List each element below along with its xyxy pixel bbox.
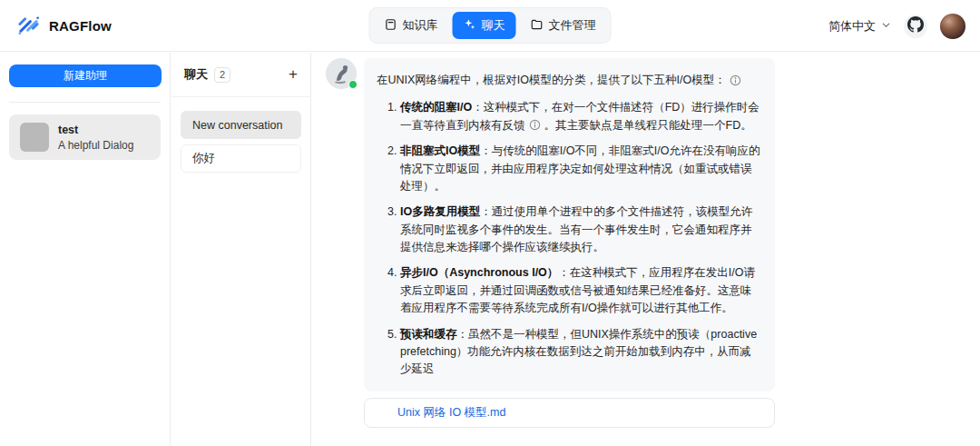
conversation-label: 你好	[192, 151, 215, 166]
tab-label: 聊天	[482, 17, 505, 34]
app-title: RAGFlow	[49, 18, 112, 34]
intro-text: 在UNIX网络编程中，根据对IO模型的分类，提供了以下五种I/O模型：	[377, 72, 726, 89]
conversation-label: New conversation	[192, 119, 282, 132]
tab-knowledge-base[interactable]: 知识库	[374, 12, 449, 39]
list-item: 非阻塞式IO模型：与传统的阻塞I/O不同，非阻塞式I/O允许在没有响应的情况下立…	[400, 143, 760, 195]
info-icon[interactable]	[730, 74, 741, 86]
item-term: 非阻塞式IO模型	[400, 144, 480, 157]
assistant-avatar	[20, 123, 49, 152]
assistant-texts: test A helpful Dialog	[58, 124, 133, 152]
brand[interactable]: RAGFlow	[16, 12, 112, 40]
chat-sparkle-icon	[464, 18, 476, 34]
assistant-name: test	[58, 124, 133, 136]
assistant-message-row: 在UNIX网络编程中，根据对IO模型的分类，提供了以下五种I/O模型： 传统的阻…	[326, 58, 980, 391]
ragflow-app: RAGFlow 知识库 聊天	[0, 0, 980, 446]
info-icon[interactable]	[529, 119, 541, 131]
item-term: 传统的阻塞I/O	[400, 101, 472, 114]
tab-label: 文件管理	[549, 17, 596, 34]
main-nav: 知识库 聊天 文件管理	[369, 7, 612, 44]
assistant-message-bubble: 在UNIX网络编程中，根据对IO模型的分类，提供了以下五种I/O模型： 传统的阻…	[364, 58, 775, 391]
attachment-card[interactable]: Unix 网络 IO 模型.md	[364, 398, 775, 428]
tab-file-management[interactable]: 文件管理	[520, 12, 607, 39]
assistant-description: A helpful Dialog	[58, 139, 133, 152]
chevron-down-icon	[881, 19, 891, 33]
language-label: 简体中文	[828, 18, 876, 35]
new-conversation-button[interactable]: +	[289, 67, 298, 82]
conversation-list: New conversation 你好	[172, 97, 310, 173]
online-status-dot	[348, 80, 358, 89]
header-right: 简体中文	[828, 0, 965, 52]
github-icon	[907, 16, 924, 36]
language-selector[interactable]: 简体中文	[828, 18, 891, 35]
io-model-list: 传统的阻塞I/O：这种模式下，在对一个文件描述符（FD）进行操作时会一直等待直到…	[377, 99, 760, 378]
message-intro: 在UNIX网络编程中，根据对IO模型的分类，提供了以下五种I/O模型：	[377, 72, 760, 89]
conversation-title: 聊天	[184, 66, 208, 83]
item-text: 。其主要缺点是单线程只能处理一个FD。	[544, 119, 752, 132]
list-item: 传统的阻塞I/O：这种模式下，在对一个文件描述符（FD）进行操作时会一直等待直到…	[400, 99, 760, 134]
user-avatar[interactable]	[940, 14, 965, 39]
knowledge-base-icon	[385, 18, 397, 34]
conversation-count-badge: 2	[214, 67, 230, 83]
github-button[interactable]	[904, 15, 927, 38]
new-assistant-button[interactable]: 新建助理	[9, 64, 162, 87]
assistant-item-test[interactable]: test A helpful Dialog	[9, 114, 161, 160]
attachment-filename: Unix 网络 IO 模型.md	[397, 405, 505, 421]
sidebar-divider	[9, 102, 161, 103]
list-item: 异步I/O（Asynchronous I/O）：在这种模式下，应用程序在发出I/…	[400, 264, 760, 317]
assistant-sidebar: 新建助理 test A helpful Dialog	[0, 53, 171, 446]
list-item: IO多路复用模型：通过使用单个进程中的多个文件描述符，该模型允许系统同时监视多个…	[400, 203, 760, 256]
item-term: IO多路复用模型	[400, 205, 480, 218]
conversation-item[interactable]: 你好	[181, 144, 301, 173]
tab-chat[interactable]: 聊天	[453, 12, 516, 39]
folder-icon	[531, 18, 544, 34]
conversation-item[interactable]: New conversation	[181, 111, 301, 139]
tab-label: 知识库	[403, 17, 438, 34]
item-term: 异步I/O（Asynchronous I/O）	[400, 266, 558, 279]
assistant-message-avatar	[326, 58, 357, 89]
conversation-header: 聊天 2 +	[172, 53, 310, 83]
conversation-panel: 聊天 2 + New conversation 你好	[172, 53, 311, 446]
item-term: 预读和缓存	[400, 328, 457, 341]
top-header: RAGFlow 知识库 聊天	[0, 0, 980, 52]
ragflow-logo-icon	[16, 12, 41, 40]
chat-area: 在UNIX网络编程中，根据对IO模型的分类，提供了以下五种I/O模型： 传统的阻…	[312, 53, 980, 446]
list-item: 预读和缓存：虽然不是一种模型，但UNIX操作系统中的预读（proactive p…	[400, 326, 760, 379]
